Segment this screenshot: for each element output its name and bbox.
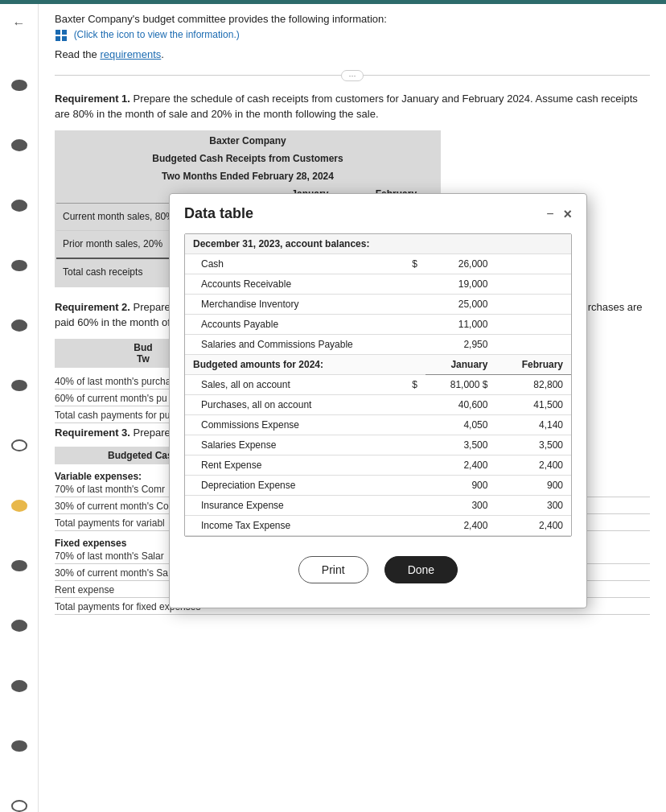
budget-label: Commissions Expense xyxy=(185,415,397,435)
divider-line-right xyxy=(364,75,650,76)
nav-dot-6[interactable] xyxy=(11,380,27,392)
close-button[interactable]: × xyxy=(563,207,572,221)
section2-header-row: Budgeted amounts for 2024: January Febru… xyxy=(185,355,571,375)
svg-rect-0 xyxy=(56,30,60,35)
budget-feb: 82,800 xyxy=(495,375,571,395)
grid-icon xyxy=(55,29,68,42)
budget-label: Rent Expense xyxy=(185,455,397,476)
budget-label: Salaries Expense xyxy=(185,435,397,455)
table-subtitle: Budgeted Cash Receipts from Customers xyxy=(56,150,439,167)
requirement1-text: Requirement 1. Prepare the schedule of c… xyxy=(55,91,650,122)
budget-row-commissions: Commissions Expense 4,050 4,140 xyxy=(185,415,571,435)
divider-dots: ··· xyxy=(341,70,363,81)
budget-row-income-tax: Income Tax Expense 2,400 2,400 xyxy=(185,516,571,536)
budget-jan: 81,000 $ xyxy=(426,375,495,395)
table-period-row: Two Months Ended February 28, 2024 xyxy=(56,167,439,185)
balance-value: 26,000 xyxy=(426,254,495,274)
minimize-button[interactable]: − xyxy=(546,208,553,221)
sidebar: ← xyxy=(0,0,39,812)
table-title-row: Baxter Company xyxy=(56,132,439,150)
budget-row-purchases: Purchases, all on account 40,600 41,500 xyxy=(185,395,571,415)
view-info-link[interactable]: (Click the icon to view the information.… xyxy=(74,29,240,40)
balance-value: 25,000 xyxy=(426,295,495,315)
balance-value: 2,950 xyxy=(426,335,495,355)
budget-jan: 4,050 xyxy=(426,415,495,435)
budget-label: Sales, all on account xyxy=(185,375,397,395)
table-title: Baxter Company xyxy=(56,132,439,150)
budget-row-sales: Sales, all on account $ 81,000 $ 82,800 xyxy=(185,375,571,395)
budget-row-rent: Rent Expense 2,400 2,400 xyxy=(185,455,571,476)
balance-row-cash: Cash $ 26,000 xyxy=(185,254,571,274)
nav-dot-10[interactable] xyxy=(11,620,27,632)
nav-dot-3[interactable] xyxy=(11,200,27,212)
modal-footer: Print Done xyxy=(184,550,572,596)
budget-label: Purchases, all on account xyxy=(185,395,397,415)
table-period: Two Months Ended February 28, 2024 xyxy=(56,167,439,185)
data-table-modal: Data table − × December 31, 2023, accoun… xyxy=(169,193,587,608)
nav-dot-9[interactable] xyxy=(11,560,27,572)
svg-rect-1 xyxy=(62,30,67,35)
svg-rect-3 xyxy=(62,36,67,41)
budget-feb: 2,400 xyxy=(495,516,571,536)
modal-table-container: December 31, 2023, account balances: Cas… xyxy=(184,233,572,537)
budget-jan: 300 xyxy=(426,496,495,516)
balance-value: 11,000 xyxy=(426,315,495,335)
nav-dot-8[interactable] xyxy=(11,500,27,512)
top-bar xyxy=(0,0,666,4)
balance-row-sal-payable: Salaries and Commissions Payable 2,950 xyxy=(185,335,571,355)
nav-dot-2[interactable] xyxy=(11,139,27,151)
nav-back-arrow[interactable]: ← xyxy=(8,16,31,31)
read-req-text: Read the requirements. xyxy=(55,48,650,60)
balance-symbol: $ xyxy=(397,254,426,274)
budget-sym: $ xyxy=(397,375,426,395)
nav-dot-5[interactable] xyxy=(11,319,27,332)
budget-jan: 2,400 xyxy=(426,455,495,476)
balance-label: Accounts Payable xyxy=(185,315,397,335)
nav-dot-12[interactable] xyxy=(11,740,27,752)
nav-dot-13[interactable] xyxy=(11,800,27,812)
nav-dot-4[interactable] xyxy=(11,260,27,272)
budget-label: Income Tax Expense xyxy=(185,516,397,536)
balance-row-ap: Accounts Payable 11,000 xyxy=(185,315,571,335)
divider-line-left xyxy=(55,75,341,76)
budget-row-depreciation: Depreciation Expense 900 900 xyxy=(185,476,571,496)
nav-dot-1[interactable] xyxy=(11,80,27,92)
icon-link-container: (Click the icon to view the information.… xyxy=(55,28,650,42)
balance-label: Salaries and Commissions Payable xyxy=(185,335,397,355)
balance-label: Cash xyxy=(185,254,397,274)
budget-feb: 3,500 xyxy=(495,435,571,455)
svg-rect-2 xyxy=(56,36,60,41)
budget-col-feb: February xyxy=(495,355,571,375)
modal-body: December 31, 2023, account balances: Cas… xyxy=(170,230,586,608)
requirements-link[interactable]: requirements xyxy=(100,48,161,60)
budget-jan: 40,600 xyxy=(426,395,495,415)
header-section: Baxter Company's budget committee provid… xyxy=(55,13,650,60)
section2-label: Budgeted amounts for 2024: xyxy=(185,355,397,375)
budget-feb: 300 xyxy=(495,496,571,516)
divider: ··· xyxy=(55,70,650,81)
budget-feb: 41,500 xyxy=(495,395,571,415)
modal-controls: − × xyxy=(546,207,572,221)
balance-row-inventory: Merchandise Inventory 25,000 xyxy=(185,295,571,315)
budget-feb: 2,400 xyxy=(495,455,571,476)
budget-jan: 2,400 xyxy=(426,516,495,536)
balance-row-ar: Accounts Receivable 19,000 xyxy=(185,274,571,295)
budget-jan: 900 xyxy=(426,476,495,496)
modal-title: Data table xyxy=(184,205,253,222)
table-subtitle-row: Budgeted Cash Receipts from Customers xyxy=(56,150,439,167)
print-button[interactable]: Print xyxy=(298,556,368,583)
budget-row-salaries: Salaries Expense 3,500 3,500 xyxy=(185,435,571,455)
modal-header: Data table − × xyxy=(170,194,586,230)
nav-dot-11[interactable] xyxy=(11,680,27,692)
balance-label: Merchandise Inventory xyxy=(185,295,397,315)
budget-feb: 4,140 xyxy=(495,415,571,435)
header-title: Baxter Company's budget committee provid… xyxy=(55,13,650,25)
budget-row-insurance: Insurance Expense 300 300 xyxy=(185,496,571,516)
nav-dot-7[interactable] xyxy=(11,439,27,451)
balance-value: 19,000 xyxy=(426,274,495,295)
done-button[interactable]: Done xyxy=(384,556,458,583)
section1-header-row: December 31, 2023, account balances: xyxy=(185,234,571,254)
budget-jan: 3,500 xyxy=(426,435,495,455)
budget-label: Depreciation Expense xyxy=(185,476,397,496)
balance-label: Accounts Receivable xyxy=(185,274,397,295)
